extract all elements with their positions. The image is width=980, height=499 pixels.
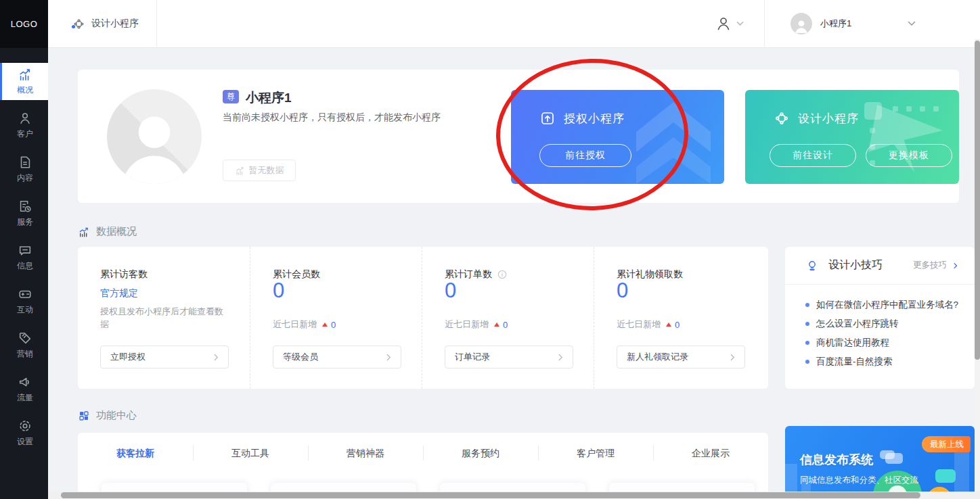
- sidebar-item-label: 服务: [17, 216, 33, 228]
- sidebar-item-label: 内容: [17, 172, 33, 184]
- sidebar-item-label: 互动: [17, 304, 33, 316]
- chevron-right-icon: [949, 259, 962, 272]
- chevron-down-icon: [736, 21, 744, 26]
- no-data-button[interactable]: 暂无数据: [223, 160, 296, 181]
- tab-company-showcase[interactable]: 企业展示: [653, 444, 768, 462]
- user-menu[interactable]: [695, 0, 764, 47]
- grid-icon: [78, 410, 90, 422]
- sidebar-item-label: 信息: [17, 260, 33, 272]
- tab-marketing-tools[interactable]: 营销神器: [308, 444, 423, 462]
- data-overview-icon: [78, 226, 90, 238]
- banner-title: 信息发布系统: [800, 452, 873, 468]
- horizontal-scrollbar-thumb[interactable]: [61, 492, 920, 498]
- bullet-icon: [805, 303, 809, 307]
- content-icon: [18, 155, 32, 170]
- more-tips-label: 更多技巧: [913, 260, 947, 271]
- sidebar-menu: 概况 客户 内容 服务: [0, 48, 48, 458]
- chevron-right-icon: [730, 354, 735, 361]
- bullet-icon: [805, 322, 809, 326]
- banner-subtitle: 同城信息发布和分类、社区交流: [800, 475, 918, 486]
- tips-header: 设计小技巧 更多技巧: [785, 247, 975, 285]
- tip-link[interactable]: 如何在微信小程序中配置业务域名?: [805, 295, 966, 314]
- delta-value: 0: [503, 320, 508, 330]
- no-data-label: 暂无数据: [249, 164, 284, 176]
- sidebar-item-content[interactable]: 内容: [0, 151, 48, 188]
- messages-icon: [18, 243, 32, 258]
- square-decoration: [906, 106, 912, 112]
- sidebar-item-customers[interactable]: 客户: [0, 107, 48, 144]
- tab-customer-management[interactable]: 客户管理: [538, 444, 653, 462]
- delta-label: 近七日新增: [273, 318, 317, 331]
- horizontal-scrollbar-track[interactable]: [48, 492, 980, 499]
- change-template-button[interactable]: 更换模板: [866, 144, 952, 167]
- go-authorize-button[interactable]: 前往授权: [539, 144, 631, 167]
- tip-link[interactable]: 怎么设置小程序跳转: [805, 314, 966, 333]
- chevron-decoration: [623, 90, 724, 184]
- more-tips-link[interactable]: 更多技巧: [913, 259, 962, 272]
- member-levels-button[interactable]: 等级会员: [273, 346, 401, 369]
- sidebar-item-traffic[interactable]: 流量: [0, 371, 48, 408]
- tab-service-booking[interactable]: 服务预约: [423, 444, 538, 462]
- logo: LOGO: [0, 0, 48, 48]
- sidebar-item-label: 营销: [17, 348, 33, 360]
- sidebar-item-settings[interactable]: 设置: [0, 414, 48, 452]
- chevron-right-icon: [558, 354, 563, 361]
- square-decoration: [920, 106, 925, 112]
- chevron-right-icon: [386, 354, 391, 361]
- feature-center-section-header: 功能中心: [78, 409, 137, 422]
- vertical-scrollbar-track[interactable]: [975, 39, 980, 492]
- lightbulb-icon: [805, 259, 819, 272]
- tip-link[interactable]: 商机雷达使用教程: [805, 333, 966, 352]
- stat-orders: 累计订单数 0 近七日新增 0 订单记录: [422, 247, 594, 389]
- app-window: 设计小程序 小程序1: [0, 0, 980, 499]
- stat-visitors: 累计访客数 官方规定 授权且发布小程序后才能查看数据 立即授权: [78, 247, 250, 389]
- design-tips-panel: 设计小技巧 更多技巧 如何在微信小程序中配置业务域名? 怎么设置小程序跳转 商机…: [785, 247, 975, 389]
- sidebar-item-label: 流量: [17, 392, 33, 404]
- authorize-now-button[interactable]: 立即授权: [100, 346, 229, 369]
- tip-text: 百度流量-自然搜索: [816, 356, 893, 368]
- tip-link[interactable]: 百度流量-自然搜索: [805, 352, 966, 371]
- sidebar-item-services[interactable]: 服务: [0, 195, 48, 232]
- feature-center-card: 获客拉新 互动工具 营销神器 服务预约 客户管理 企业展示: [78, 433, 768, 499]
- stat-value: 0: [617, 279, 628, 303]
- design-promo-card: 设计小程序 前往设计 更换模板: [745, 90, 959, 184]
- vertical-scrollbar-thumb[interactable]: [975, 41, 980, 360]
- feature-tabs: 获客拉新 互动工具 营销神器 服务预约 客户管理 企业展示: [78, 444, 768, 462]
- tips-list: 如何在微信小程序中配置业务域名? 怎么设置小程序跳转 商机雷达使用教程 百度流量…: [805, 295, 966, 371]
- official-rules-link[interactable]: 官方规定: [100, 287, 138, 300]
- design-promo-title: 设计小程序: [798, 111, 859, 126]
- interaction-gamepad-icon: [18, 287, 32, 302]
- sidebar-item-messages[interactable]: 信息: [0, 239, 48, 276]
- tab-acquisition[interactable]: 获客拉新: [78, 444, 193, 462]
- button-label: 立即授权: [110, 351, 146, 363]
- go-design-button[interactable]: 前往设计: [770, 144, 856, 167]
- sidebar-item-label: 设置: [17, 436, 33, 448]
- delta-label: 近七日新增: [617, 318, 661, 331]
- sidebar-item-interaction[interactable]: 互动: [0, 283, 48, 320]
- stat-description: 授权且发布小程序后才能查看数据: [100, 305, 225, 331]
- feature-center-title: 功能中心: [96, 409, 137, 422]
- chevron-right-icon: [214, 354, 219, 361]
- bullet-icon: [805, 360, 809, 364]
- new-release-badge: 最新上线: [922, 436, 971, 452]
- nav-design-miniprogram[interactable]: 设计小程序: [48, 0, 157, 47]
- account-switcher[interactable]: 小程序1: [765, 0, 980, 47]
- order-records-button[interactable]: 订单记录: [445, 346, 573, 369]
- bullet-icon: [805, 341, 809, 345]
- traffic-megaphone-icon: [18, 375, 32, 389]
- info-publish-banner[interactable]: 最新上线 信息发布系统 同城信息发布和分类、社区交流: [785, 426, 975, 499]
- delta-value: 0: [675, 320, 680, 330]
- header-right: 小程序1: [695, 0, 980, 47]
- marketing-tag-icon: [18, 331, 32, 346]
- banner-decoration: [880, 450, 895, 459]
- sidebar-item-marketing[interactable]: 营销: [0, 327, 48, 364]
- tip-text: 商机雷达使用教程: [816, 337, 889, 349]
- info-icon[interactable]: [497, 269, 508, 280]
- stats-card: 累计访客数 官方规定 授权且发布小程序后才能查看数据 立即授权 累计会员数 0 …: [78, 247, 768, 389]
- authorize-promo-card: 授权小程序 前往授权: [511, 90, 724, 184]
- sidebar-item-overview[interactable]: 概况: [0, 63, 48, 100]
- overview-chart-icon: [18, 67, 32, 82]
- tab-interaction-tools[interactable]: 互动工具: [193, 444, 308, 462]
- gift-records-button[interactable]: 新人礼领取记录: [617, 346, 745, 369]
- design-gear-icon: [774, 110, 790, 126]
